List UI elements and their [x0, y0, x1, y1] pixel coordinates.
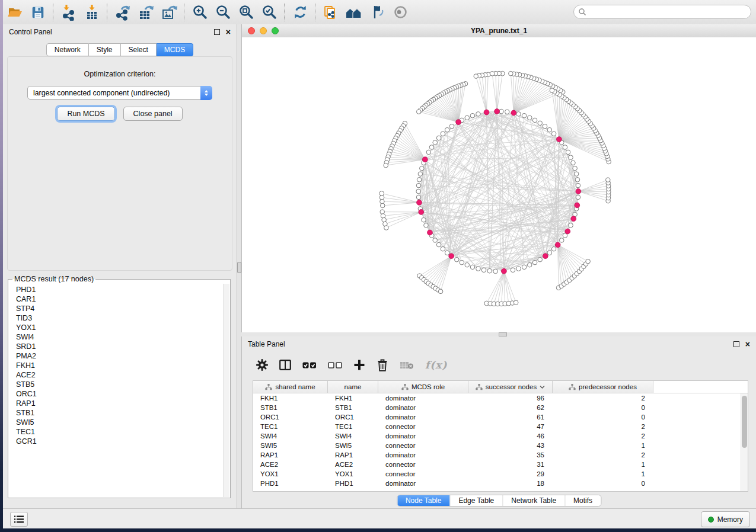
- flag-icon: [369, 4, 385, 20]
- cell-shared_name: TEC1: [253, 422, 328, 431]
- cell-mcds_role: dominator: [378, 393, 468, 403]
- cell-name: SWI5: [328, 441, 378, 450]
- scrollbar-thumb[interactable]: [742, 396, 747, 448]
- close-panel-icon[interactable]: ×: [745, 341, 750, 347]
- delete-table-button-disabled: [400, 361, 414, 370]
- export-network-button[interactable]: [113, 2, 132, 23]
- tab-select[interactable]: Select: [121, 43, 157, 56]
- refresh-network-button[interactable]: [291, 2, 310, 23]
- table-row[interactable]: PHD1PHD1dominator180: [253, 479, 748, 488]
- cell-shared_name: FKH1: [253, 393, 328, 403]
- horizontal-splitter[interactable]: [241, 332, 756, 336]
- cell-predecessor_nodes: 2: [553, 450, 653, 460]
- hide-annotations-button[interactable]: [368, 2, 387, 23]
- tab-mcds[interactable]: MCDS: [157, 43, 193, 56]
- search-input[interactable]: [589, 7, 751, 17]
- import-table-button[interactable]: [82, 2, 101, 23]
- table-row[interactable]: STB1STB1dominator620: [253, 403, 748, 412]
- show-columns-button[interactable]: [279, 360, 291, 370]
- tab-style[interactable]: Style: [89, 43, 121, 56]
- close-panel-button[interactable]: Close panel: [123, 107, 183, 121]
- zoom-in-button[interactable]: [190, 2, 209, 23]
- close-panel-icon[interactable]: ×: [226, 29, 231, 35]
- control-panel-title: Control Panel: [9, 28, 214, 36]
- network-graph[interactable]: [242, 37, 756, 332]
- mcds-node-item[interactable]: YOX1: [16, 323, 222, 332]
- cell-name: TEC1: [328, 422, 378, 431]
- network-canvas[interactable]: [242, 37, 756, 332]
- mcds-node-item[interactable]: SRD1: [16, 342, 222, 351]
- mcds-node-item[interactable]: STP4: [16, 304, 222, 313]
- node-table: shared namenameMCDS rolesuccessor nodesp…: [253, 380, 748, 492]
- column-header-name[interactable]: name: [328, 381, 378, 393]
- tab-network[interactable]: Network: [46, 43, 89, 56]
- mcds-node-item[interactable]: TEC1: [16, 427, 222, 437]
- optimization-select[interactable]: largest connected component (undirected): [27, 86, 212, 100]
- export-image-button[interactable]: [160, 2, 178, 23]
- column-header-MCDS-role[interactable]: MCDS role: [378, 381, 468, 393]
- save-icon: [30, 5, 46, 20]
- function-builder-button-disabled: f(x): [425, 359, 448, 371]
- mcds-node-item[interactable]: TID3: [16, 313, 222, 323]
- float-panel-icon[interactable]: [733, 341, 739, 347]
- delete-row-button[interactable]: [377, 358, 388, 371]
- run-mcds-button[interactable]: Run MCDS: [57, 107, 114, 121]
- table-scrollbar[interactable]: [741, 393, 748, 491]
- cell-predecessor_nodes: 0: [553, 412, 653, 422]
- show-graphics-button[interactable]: [391, 2, 410, 23]
- tab-node-table[interactable]: Node Table: [397, 495, 450, 506]
- mcds-node-item[interactable]: CAR1: [16, 294, 222, 304]
- column-header-predecessor-nodes[interactable]: predecessor nodes: [553, 381, 653, 393]
- import-network-icon: [60, 4, 77, 21]
- tab-edge-table[interactable]: Edge Table: [449, 495, 502, 506]
- table-row[interactable]: SWI4SWI4dominator462: [253, 431, 748, 441]
- add-row-button[interactable]: [353, 359, 365, 371]
- deselect-all-button[interactable]: [328, 362, 342, 368]
- mcds-node-item[interactable]: GCR1: [16, 437, 222, 446]
- mcds-node-item[interactable]: ACE2: [16, 370, 222, 380]
- tab-network-table[interactable]: Network Table: [502, 495, 564, 506]
- import-network-button[interactable]: [59, 2, 78, 23]
- network-window-titlebar[interactable]: YPA_prune.txt_1: [242, 24, 756, 38]
- zoom-fit-button[interactable]: [237, 2, 256, 23]
- mcds-result-list[interactable]: PHD1CAR1STP4TID3YOX1SWI4SRD1PMA2FKH1ACE2…: [8, 283, 222, 496]
- tab-motifs[interactable]: Motifs: [564, 495, 601, 506]
- optimization-value: largest connected component (undirected): [33, 89, 170, 97]
- table-row[interactable]: SWI5SWI5connector431: [253, 441, 748, 450]
- search-box[interactable]: [573, 5, 751, 19]
- splitter-handle[interactable]: [499, 332, 507, 336]
- table-row[interactable]: RAP1RAP1dominator352: [253, 450, 748, 460]
- zoom-out-button[interactable]: [213, 2, 232, 23]
- float-panel-icon[interactable]: [214, 29, 220, 35]
- column-header-shared-name[interactable]: shared name: [253, 381, 328, 393]
- table-row[interactable]: YOX1YOX1connector291: [253, 469, 748, 479]
- mcds-node-item[interactable]: RAP1: [16, 399, 222, 408]
- result-list-scrollbar[interactable]: [223, 284, 229, 497]
- export-table-button[interactable]: [136, 2, 155, 23]
- column-header-successor-nodes[interactable]: successor nodes: [468, 381, 553, 393]
- memory-button[interactable]: Memory: [701, 511, 750, 527]
- table-row[interactable]: ORC1ORC1dominator610: [253, 412, 748, 422]
- mcds-node-item[interactable]: FKH1: [16, 361, 222, 370]
- mcds-node-item[interactable]: SWI5: [16, 418, 222, 427]
- table-row[interactable]: FKH1FKH1dominator962: [253, 393, 748, 403]
- mcds-node-item[interactable]: STB1: [16, 408, 222, 418]
- zoom-selected-button[interactable]: [260, 2, 279, 23]
- table-row[interactable]: TEC1TEC1connector472: [253, 422, 748, 431]
- toolbar-separator: [315, 4, 316, 21]
- save-session-button[interactable]: [28, 2, 47, 23]
- home-button[interactable]: [344, 2, 363, 23]
- mcds-node-item[interactable]: PMA2: [16, 351, 222, 361]
- splitter-handle[interactable]: [237, 262, 241, 273]
- mcds-node-item[interactable]: STB5: [16, 380, 222, 389]
- cell-name: YOX1: [328, 469, 378, 479]
- mcds-node-item[interactable]: PHD1: [16, 285, 222, 294]
- share-document-button[interactable]: [321, 2, 340, 23]
- table-row[interactable]: ACE2ACE2connector311: [253, 460, 748, 469]
- select-all-button[interactable]: [302, 362, 317, 368]
- settings-gear-button[interactable]: [256, 359, 268, 371]
- mcds-node-item[interactable]: SWI4: [16, 332, 222, 342]
- show-task-history-button[interactable]: [10, 512, 28, 527]
- open-file-button[interactable]: [5, 2, 24, 23]
- mcds-node-item[interactable]: ORC1: [16, 389, 222, 399]
